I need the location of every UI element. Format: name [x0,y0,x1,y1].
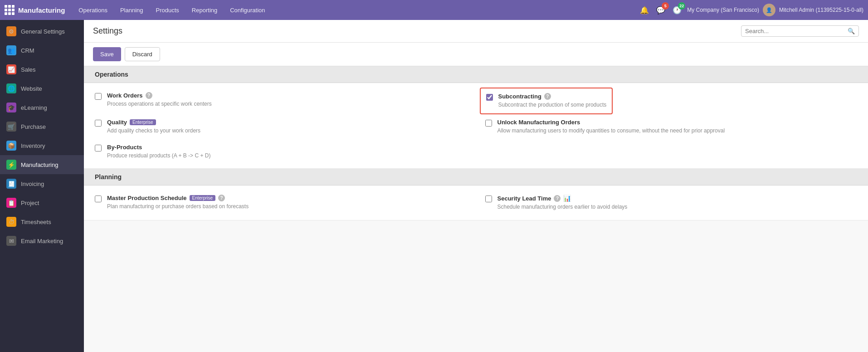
section-header-planning: Planning [84,169,868,186]
master-production-checkbox[interactable] [95,196,102,202]
sidebar-item-email-marketing[interactable]: ✉ Email Marketing [0,231,84,250]
inventory-icon: 📦 [6,141,16,151]
sidebar-label-sales: Sales [21,66,36,73]
option-unlock-manufacturing: Unlock Manufacturing Orders Allow manufa… [485,119,858,135]
elearning-icon: 🎓 [6,103,16,112]
security-lead-time-desc: Schedule manufacturing orders earlier to… [497,203,628,211]
nav-products[interactable]: Products [151,4,185,16]
sidebar-label-timesheets: Timesheets [21,219,51,225]
header-right: 🔍 [741,25,859,37]
option-security-lead-time: Security Lead Time ? 📊 Schedule manufact… [485,195,858,211]
sidebar-label-project: Project [21,200,39,206]
section-header-operations: Operations [84,66,868,83]
by-products-checkbox[interactable] [95,145,102,152]
sidebar-label-purchase: Purchase [21,123,46,130]
main-header: Settings 🔍 [84,20,868,43]
sidebar-item-manufacturing[interactable]: ⚡ Manufacturing [0,155,84,174]
app-brand[interactable]: Manufacturing [5,5,65,15]
search-icon: 🔍 [848,28,855,34]
action-bar: Save Discard [84,43,868,66]
email-marketing-icon: ✉ [6,236,16,246]
general-settings-icon: ⚙ [6,26,16,36]
master-production-help-icon[interactable]: ? [218,195,225,201]
nav-operations[interactable]: Operations [73,4,113,16]
security-lead-time-title: Security Lead Time ? 📊 [497,195,628,202]
sidebar-label-invoicing: Invoicing [21,181,44,187]
security-lead-time-checkbox[interactable] [485,196,492,202]
website-icon: 🌐 [6,83,16,93]
subcontracting-title: Subcontracting ? [498,93,607,100]
invoicing-icon: 🧾 [6,179,16,189]
sidebar-item-elearning[interactable]: 🎓 eLearning [0,98,84,117]
unlock-manufacturing-title: Unlock Manufacturing Orders [497,119,725,126]
purchase-icon: 🛒 [6,122,16,132]
master-production-enterprise-badge: Enterprise [190,195,216,201]
quality-enterprise-badge: Enterprise [130,119,156,125]
sidebar-item-project[interactable]: 📋 Project [0,193,84,212]
sidebar-item-timesheets[interactable]: ⏱ Timesheets [0,212,84,231]
grid-icon [5,5,15,15]
operations-options-grid: Work Orders ? Process operations at spec… [95,92,857,135]
by-products-title: By-Products [107,144,210,151]
unlock-manufacturing-text: Unlock Manufacturing Orders Allow manufa… [497,119,725,135]
section-body-planning: Master Production Schedule Enterprise ? … [84,186,868,220]
subcontracting-help-icon[interactable]: ? [544,93,551,100]
message-badge: 5 [662,2,669,10]
sidebar-item-purchase[interactable]: 🛒 Purchase [0,117,84,136]
sidebar-label-general-settings: General Settings [21,28,65,35]
subcontracting-checkbox[interactable] [486,94,493,101]
quality-checkbox[interactable] [95,120,102,127]
by-products-text: By-Products Produce residual products (A… [107,144,210,160]
nav-planning[interactable]: Planning [115,4,149,16]
page-title: Settings [93,26,122,36]
quality-title: Quality Enterprise [107,119,200,126]
work-orders-checkbox[interactable] [95,93,102,100]
sidebar-item-general-settings[interactable]: ⚙ General Settings [0,22,84,41]
work-orders-text: Work Orders ? Process operations at spec… [107,92,212,108]
crm-icon: 👥 [6,45,16,55]
nav-reporting[interactable]: Reporting [186,4,223,16]
sidebar-item-invoicing[interactable]: 🧾 Invoicing [0,174,84,193]
avatar[interactable]: 👤 [763,4,775,16]
sidebar-item-inventory[interactable]: 📦 Inventory [0,136,84,155]
quality-text: Quality Enterprise Add quality checks to… [107,119,200,135]
security-lead-time-help-icon[interactable]: ? [554,195,561,202]
settings-content: Operations Work Orders ? Process operati… [84,66,868,352]
sidebar-label-website: Website [21,85,42,92]
main-content: Settings 🔍 Save Discard Operations [84,20,868,352]
security-lead-time-text: Security Lead Time ? 📊 Schedule manufact… [497,195,628,211]
sidebar-label-elearning: eLearning [21,104,47,111]
nav-configuration[interactable]: Configuration [224,4,270,16]
work-orders-help-icon[interactable]: ? [146,92,152,99]
by-products-desc: Produce residual products (A + B -> C + … [107,152,210,160]
save-button[interactable]: Save [93,47,121,61]
user-info: Mitchell Admin (11395225-15-0-all) [779,7,863,13]
sidebar-item-crm[interactable]: 👥 CRM [0,41,84,60]
sales-icon: 📈 [6,64,16,74]
quality-desc: Add quality checks to your work orders [107,127,200,135]
search-container: 🔍 [741,25,859,37]
planning-options-grid: Master Production Schedule Enterprise ? … [95,195,857,211]
message-button[interactable]: 💬 5 [654,4,667,16]
spreadsheet-icon: 📊 [563,195,571,202]
bell-button[interactable]: 🔔 [638,4,651,16]
unlock-manufacturing-checkbox[interactable] [485,120,492,127]
subcontracting-text: Subcontracting ? Subcontract the product… [498,93,607,109]
master-production-desc: Plan manufacturing or purchase orders ba… [107,203,249,210]
option-quality: Quality Enterprise Add quality checks to… [95,119,467,135]
sidebar-label-email-marketing: Email Marketing [21,238,63,244]
sidebar: ⚙ General Settings 👥 CRM 📈 Sales 🌐 Websi… [0,20,84,352]
discard-button[interactable]: Discard [125,47,160,61]
search-input[interactable] [745,28,848,34]
sidebar-label-crm: CRM [21,47,34,54]
option-work-orders: Work Orders ? Process operations at spec… [95,92,467,110]
sidebar-item-website[interactable]: 🌐 Website [0,79,84,98]
section-title-planning: Planning [95,173,122,181]
activity-button[interactable]: 🕐 22 [671,4,683,16]
sidebar-item-sales[interactable]: 📈 Sales [0,60,84,79]
nav-right: 🔔 💬 5 🕐 22 My Company (San Francisco) 👤 … [638,4,863,16]
option-master-production: Master Production Schedule Enterprise ? … [95,195,467,211]
sidebar-label-inventory: Inventory [21,142,45,149]
section-body-operations: Work Orders ? Process operations at spec… [84,83,868,169]
subcontracting-highlight-box: Subcontracting ? Subcontract the product… [480,88,613,114]
